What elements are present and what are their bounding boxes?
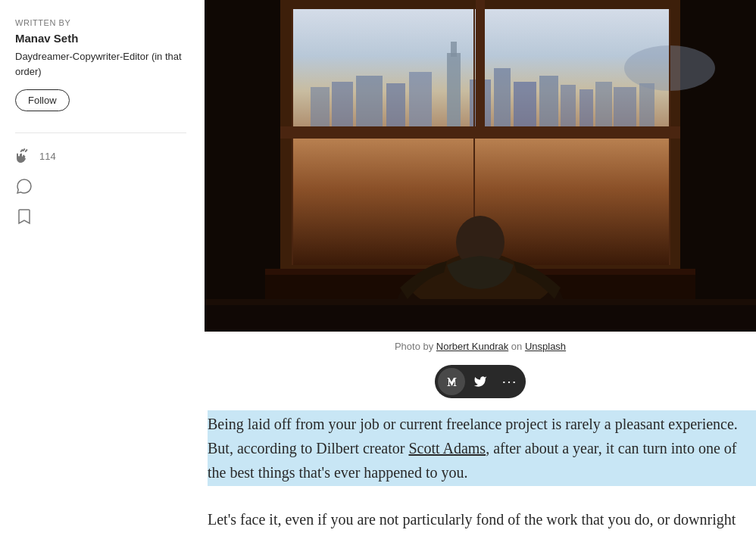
svg-rect-6 xyxy=(447,53,461,126)
svg-rect-19 xyxy=(595,82,612,126)
second-paragraph-text: Let's face it, even if you are not parti… xyxy=(208,511,736,537)
svg-rect-13 xyxy=(514,82,536,126)
photo-caption: Photo by Norbert Kundrak on Unsplash xyxy=(205,332,756,360)
written-by-label: WRITTEN BY xyxy=(15,18,186,27)
share-medium-button[interactable] xyxy=(438,368,465,395)
share-more-button[interactable]: ⋯ xyxy=(495,368,523,395)
article-image-container xyxy=(205,0,756,332)
share-toolbar: ⋯ xyxy=(205,365,756,398)
svg-rect-26 xyxy=(473,9,475,126)
second-paragraph: Let's face it, even if you are not parti… xyxy=(208,507,756,537)
svg-rect-10 xyxy=(409,72,432,126)
divider xyxy=(15,132,186,133)
article-image xyxy=(205,0,756,332)
svg-rect-17 xyxy=(332,82,353,126)
clap-count: 114 xyxy=(39,151,56,162)
scott-adams-link[interactable]: Scott Adams xyxy=(408,440,486,457)
svg-rect-12 xyxy=(494,68,511,126)
svg-rect-21 xyxy=(639,83,654,126)
first-paragraph: Being laid off from your job or current … xyxy=(208,410,756,486)
unsplash-link[interactable]: Unsplash xyxy=(525,341,566,352)
share-toolbar-inner: ⋯ xyxy=(435,365,526,398)
svg-rect-27 xyxy=(669,9,670,126)
author-name: Manav Seth xyxy=(15,32,186,45)
author-bio: Daydreamer-Copywriter-Editor (in that or… xyxy=(15,49,186,79)
follow-button[interactable]: Follow xyxy=(15,89,70,111)
caption-prefix: Photo by xyxy=(395,341,436,352)
svg-rect-8 xyxy=(356,76,383,126)
svg-rect-29 xyxy=(292,139,293,265)
svg-rect-16 xyxy=(311,87,330,126)
bookmark-icon[interactable] xyxy=(15,207,33,226)
svg-rect-38 xyxy=(205,299,756,305)
article-body: Being laid off from your job or current … xyxy=(205,410,756,537)
bookmark-row xyxy=(15,207,186,226)
svg-rect-25 xyxy=(292,9,293,126)
sidebar: WRITTEN BY Manav Seth Daydreamer-Copywri… xyxy=(0,0,205,536)
svg-rect-9 xyxy=(386,83,405,126)
comment-icon[interactable] xyxy=(15,177,33,195)
comment-row xyxy=(15,177,186,195)
svg-rect-15 xyxy=(561,85,576,126)
caption-middle: on xyxy=(508,341,525,352)
svg-rect-31 xyxy=(669,139,670,265)
svg-rect-14 xyxy=(539,76,558,126)
photographer-link[interactable]: Norbert Kundrak xyxy=(436,341,508,352)
clap-row: 114 xyxy=(15,147,186,165)
svg-rect-18 xyxy=(579,89,593,126)
clap-icon[interactable] xyxy=(15,147,33,165)
main-content: Photo by Norbert Kundrak on Unsplash ⋯ xyxy=(205,0,756,536)
svg-rect-20 xyxy=(614,87,636,126)
share-twitter-button[interactable] xyxy=(467,368,494,395)
sidebar-actions: 114 xyxy=(15,147,186,226)
svg-rect-7 xyxy=(451,42,457,57)
